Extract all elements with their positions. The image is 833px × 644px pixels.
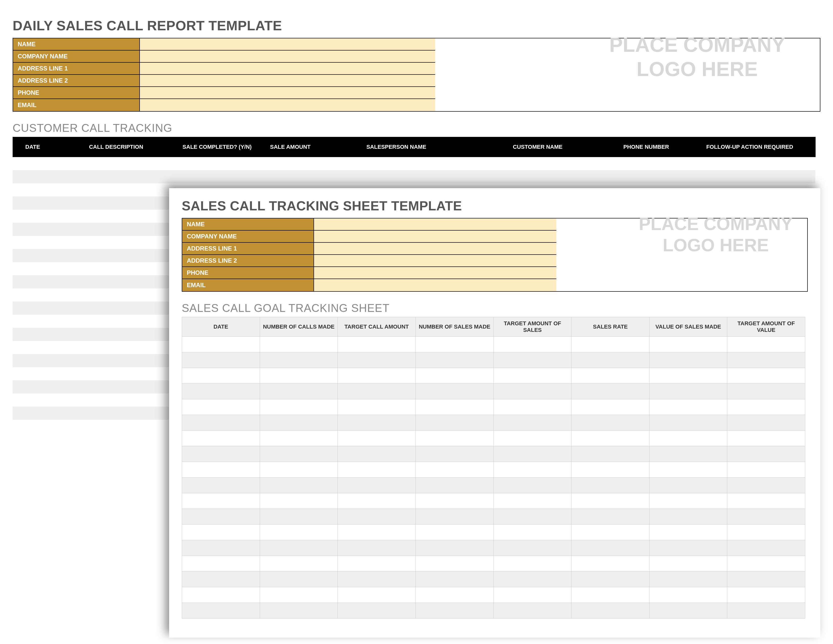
table-cell[interactable] [338, 572, 416, 587]
table-cell[interactable] [649, 493, 727, 509]
table-cell[interactable] [53, 275, 179, 288]
table-cell[interactable] [415, 493, 494, 509]
table-cell[interactable] [649, 431, 727, 446]
table-cell[interactable] [338, 540, 416, 556]
table-cell[interactable] [53, 209, 179, 223]
table-cell[interactable] [415, 336, 494, 352]
table-cell[interactable] [338, 446, 416, 462]
table-cell[interactable] [13, 315, 53, 328]
table-cell[interactable] [53, 354, 179, 367]
table-cell[interactable] [571, 556, 650, 572]
table-cell[interactable] [415, 478, 494, 493]
table-cell[interactable] [53, 223, 179, 236]
table-cell[interactable] [179, 170, 255, 184]
table-cell[interactable] [494, 384, 571, 399]
table-cell[interactable] [338, 587, 416, 603]
table-cell[interactable] [649, 540, 727, 556]
table-cell[interactable] [53, 328, 179, 341]
table-cell[interactable] [13, 209, 53, 223]
table-cell[interactable] [338, 352, 416, 368]
table-cell[interactable] [182, 540, 260, 556]
back-info-input[interactable] [140, 39, 435, 50]
table-cell[interactable] [13, 170, 53, 184]
table-cell[interactable] [727, 540, 805, 556]
table-cell[interactable] [338, 336, 416, 352]
table-cell[interactable] [494, 352, 571, 368]
table-cell[interactable] [53, 170, 179, 184]
front-info-input[interactable] [314, 243, 556, 255]
table-cell[interactable] [13, 196, 53, 209]
table-cell[interactable] [13, 223, 53, 236]
table-cell[interactable] [53, 315, 179, 328]
table-cell[interactable] [53, 236, 179, 249]
table-cell[interactable] [415, 352, 494, 368]
table-cell[interactable] [182, 431, 260, 446]
table-cell[interactable] [494, 336, 571, 352]
table-cell[interactable] [179, 157, 255, 170]
table-cell[interactable] [571, 525, 650, 540]
table-cell[interactable] [326, 157, 467, 170]
table-cell[interactable] [260, 572, 338, 587]
table-cell[interactable] [260, 368, 338, 384]
table-cell[interactable] [182, 493, 260, 509]
table-cell[interactable] [415, 525, 494, 540]
table-cell[interactable] [260, 431, 338, 446]
table-cell[interactable] [571, 493, 650, 509]
table-cell[interactable] [182, 509, 260, 525]
table-cell[interactable] [727, 525, 805, 540]
table-cell[interactable] [727, 368, 805, 384]
table-cell[interactable] [649, 587, 727, 603]
table-cell[interactable] [415, 399, 494, 415]
table-cell[interactable] [260, 603, 338, 618]
table-cell[interactable] [727, 336, 805, 352]
table-cell[interactable] [13, 288, 53, 301]
table-cell[interactable] [649, 509, 727, 525]
table-cell[interactable] [494, 572, 571, 587]
table-cell[interactable] [415, 384, 494, 399]
table-cell[interactable] [415, 556, 494, 572]
table-cell[interactable] [53, 407, 179, 420]
table-cell[interactable] [13, 354, 53, 367]
table-cell[interactable] [684, 170, 815, 184]
table-cell[interactable] [571, 352, 650, 368]
table-cell[interactable] [571, 478, 650, 493]
table-cell[interactable] [649, 446, 727, 462]
table-cell[interactable] [326, 170, 467, 184]
table-cell[interactable] [338, 431, 416, 446]
table-cell[interactable] [53, 184, 179, 196]
table-cell[interactable] [13, 328, 53, 341]
table-cell[interactable] [182, 352, 260, 368]
table-cell[interactable] [13, 157, 53, 170]
table-cell[interactable] [727, 352, 805, 368]
table-cell[interactable] [467, 157, 608, 170]
table-cell[interactable] [260, 462, 338, 478]
table-cell[interactable] [649, 572, 727, 587]
table-cell[interactable] [338, 384, 416, 399]
table-cell[interactable] [338, 556, 416, 572]
table-cell[interactable] [727, 603, 805, 618]
back-info-input[interactable] [140, 87, 435, 99]
table-cell[interactable] [182, 399, 260, 415]
table-cell[interactable] [13, 380, 53, 393]
table-cell[interactable] [338, 478, 416, 493]
table-cell[interactable] [13, 341, 53, 354]
table-cell[interactable] [260, 509, 338, 525]
table-cell[interactable] [260, 525, 338, 540]
table-cell[interactable] [182, 462, 260, 478]
table-cell[interactable] [338, 603, 416, 618]
table-cell[interactable] [415, 540, 494, 556]
table-cell[interactable] [53, 367, 179, 380]
table-cell[interactable] [494, 603, 571, 618]
table-cell[interactable] [260, 587, 338, 603]
table-cell[interactable] [727, 415, 805, 431]
back-info-input[interactable] [140, 50, 435, 63]
table-cell[interactable] [727, 509, 805, 525]
table-cell[interactable] [727, 431, 805, 446]
table-cell[interactable] [13, 236, 53, 249]
table-cell[interactable] [727, 587, 805, 603]
table-cell[interactable] [260, 540, 338, 556]
table-cell[interactable] [494, 368, 571, 384]
table-cell[interactable] [571, 603, 650, 618]
table-cell[interactable] [415, 572, 494, 587]
table-cell[interactable] [494, 462, 571, 478]
